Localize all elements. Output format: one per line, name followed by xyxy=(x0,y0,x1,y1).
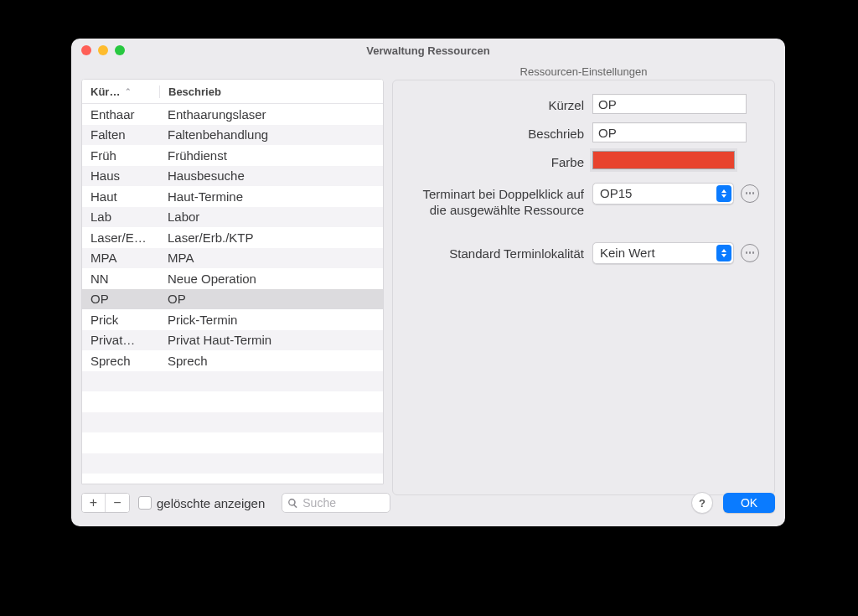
cell-code: Falten xyxy=(82,127,159,142)
cell-code: NN xyxy=(82,272,159,286)
table-row-empty xyxy=(82,432,383,453)
table-row[interactable]: Privat…Privat Haut-Termin xyxy=(82,330,383,351)
input-code[interactable] xyxy=(592,94,747,114)
label-color: Farbe xyxy=(408,151,592,171)
table-row-empty xyxy=(82,412,383,433)
cell-description: Haut-Termine xyxy=(159,189,383,204)
footer-toolbar: + − gelöschte anzeigen Suche ? OK xyxy=(81,489,775,516)
label-description: Beschrieb xyxy=(408,122,592,142)
cell-description: Frühdienst xyxy=(159,148,383,163)
table-row[interactable]: MPAMPA xyxy=(82,248,383,269)
column-header-code-label: Kür… xyxy=(90,85,120,98)
cell-description: Neue Operation xyxy=(159,272,383,286)
cell-description: Privat Haut-Termin xyxy=(159,333,383,347)
table-row[interactable]: FaltenFaltenbehandlung xyxy=(82,125,383,146)
dialog-window: Verwaltung Ressourcen Kür… ⌃ Beschrieb E… xyxy=(71,39,785,526)
cell-code: Sprech xyxy=(82,354,159,368)
window-controls xyxy=(71,45,125,55)
cell-code: Enthaar xyxy=(82,107,159,122)
more-default-locality-button[interactable] xyxy=(741,244,759,262)
titlebar: Verwaltung Ressourcen xyxy=(71,39,785,62)
show-deleted-label: gelöschte anzeigen xyxy=(157,496,265,510)
cell-description: Laser/Erb./KTP xyxy=(159,230,383,245)
settings-section-title: Ressourcen-Einstellungen xyxy=(392,62,775,80)
select-default-locality[interactable]: Kein Wert xyxy=(592,242,734,264)
column-header-description[interactable]: Beschrieb xyxy=(160,85,383,98)
ok-button[interactable]: OK xyxy=(723,493,775,513)
cell-code: OP xyxy=(82,292,159,306)
window-title: Verwaltung Ressourcen xyxy=(71,44,785,57)
cell-description: Faltenbehandlung xyxy=(159,127,383,142)
cell-code: Lab xyxy=(82,210,159,224)
close-window-button[interactable] xyxy=(81,45,91,55)
cell-code: Haut xyxy=(82,189,159,204)
cell-description: Prick-Termin xyxy=(159,313,383,327)
settings-pane: Ressourcen-Einstellungen Kürzel Beschrie… xyxy=(392,62,775,484)
cell-description: Labor xyxy=(159,210,383,224)
label-code: Kürzel xyxy=(408,94,592,114)
table-row-empty xyxy=(82,371,383,392)
table-row[interactable]: OPOP xyxy=(82,289,383,310)
cell-description: OP xyxy=(159,292,383,306)
table-header: Kür… ⌃ Beschrieb xyxy=(82,80,383,104)
column-header-code[interactable]: Kür… ⌃ xyxy=(82,85,160,98)
add-button[interactable]: + xyxy=(82,494,106,512)
select-appointment-type-value: OP15 xyxy=(600,186,632,200)
cell-description: Hausbesuche xyxy=(159,168,383,183)
cell-description: Sprech xyxy=(159,354,383,368)
settings-panel: Kürzel Beschrieb Farbe xyxy=(392,80,775,495)
table-body: EnthaarEnthaarungslaserFaltenFaltenbehan… xyxy=(82,104,383,484)
input-description[interactable] xyxy=(592,122,747,142)
table-row[interactable]: NNNeue Operation xyxy=(82,268,383,289)
minimize-window-button[interactable] xyxy=(98,45,108,55)
more-appointment-type-button[interactable] xyxy=(741,184,759,203)
cell-description: Enthaarungslaser xyxy=(159,107,383,122)
table-row[interactable]: PrickPrick-Termin xyxy=(82,309,383,330)
add-remove-group: + − xyxy=(81,493,130,513)
search-placeholder: Suche xyxy=(302,496,336,510)
sort-asc-icon: ⌃ xyxy=(125,87,132,96)
cell-code: Haus xyxy=(82,168,159,183)
checkbox-box-icon xyxy=(138,496,152,510)
table-row[interactable]: HautHaut-Termine xyxy=(82,186,383,207)
chevron-updown-icon xyxy=(716,245,731,261)
search-field[interactable]: Suche xyxy=(282,493,390,513)
remove-button[interactable]: − xyxy=(106,494,129,512)
cell-code: Privat… xyxy=(82,333,159,347)
select-default-locality-value: Kein Wert xyxy=(600,246,655,260)
label-appointment-type: Terminart bei Doppelklick auf die ausgew… xyxy=(408,183,592,219)
cell-code: Früh xyxy=(82,148,159,163)
cell-description: MPA xyxy=(159,251,383,265)
select-appointment-type[interactable]: OP15 xyxy=(592,183,734,204)
show-deleted-checkbox[interactable]: gelöschte anzeigen xyxy=(138,496,265,510)
cell-code: Prick xyxy=(82,313,159,327)
search-icon xyxy=(287,498,298,509)
cell-code: Laser/E… xyxy=(82,230,159,245)
table-row-empty xyxy=(82,391,383,412)
table-row[interactable]: Laser/E…Laser/Erb./KTP xyxy=(82,227,383,248)
label-default-locality: Standard Terminlokalität xyxy=(408,242,592,262)
table-row[interactable]: LabLabor xyxy=(82,207,383,228)
table-row-empty xyxy=(82,453,383,474)
table-row[interactable]: FrühFrühdienst xyxy=(82,145,383,166)
help-button[interactable]: ? xyxy=(691,492,713,514)
cell-code: MPA xyxy=(82,251,159,265)
color-well[interactable] xyxy=(592,151,735,169)
table-row[interactable]: EnthaarEnthaarungslaser xyxy=(82,104,383,125)
table-row[interactable]: HausHausbesuche xyxy=(82,166,383,187)
resource-table: Kür… ⌃ Beschrieb EnthaarEnthaarungslaser… xyxy=(81,79,384,484)
table-row[interactable]: SprechSprech xyxy=(82,350,383,371)
resource-list-pane: Kür… ⌃ Beschrieb EnthaarEnthaarungslaser… xyxy=(81,79,384,484)
chevron-updown-icon xyxy=(716,185,731,202)
zoom-window-button[interactable] xyxy=(115,45,125,55)
